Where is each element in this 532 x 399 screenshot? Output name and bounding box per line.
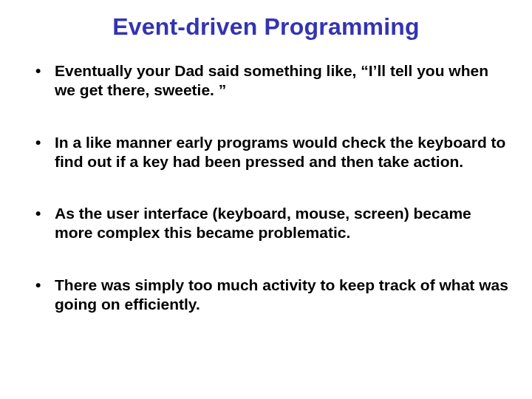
bullet-item: There was simply too much activity to ke… — [30, 276, 510, 315]
bullet-item: As the user interface (keyboard, mouse, … — [30, 204, 510, 243]
slide-title: Event-driven Programming — [22, 13, 510, 41]
slide: Event-driven Programming Eventually your… — [0, 0, 532, 399]
bullet-item: Eventually your Dad said something like,… — [30, 61, 510, 100]
bullet-item: In a like manner early programs would ch… — [30, 133, 510, 172]
bullet-list: Eventually your Dad said something like,… — [30, 61, 510, 314]
